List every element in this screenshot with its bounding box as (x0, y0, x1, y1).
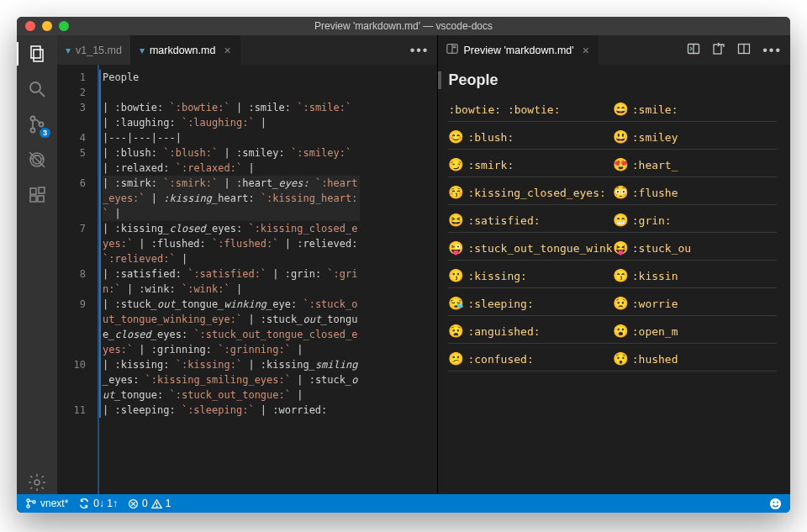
emoji-icon: 😚 (448, 185, 464, 200)
editor-pane-right: Preview 'markdown.md' × ••• People :bowt… (438, 35, 790, 494)
tab-v1_15-md[interactable]: ▾v1_15.md (57, 35, 131, 65)
emoji-code: :confused: (467, 353, 533, 366)
code-line: |---|---|---| (103, 130, 360, 145)
status-bar: vnext* 0↓ 1↑ 0 1 (17, 494, 790, 513)
emoji-code: :flushe (632, 187, 678, 199)
editor-split: ▾v1_15.md▾markdown.md× ••• 1234567891011… (57, 35, 790, 494)
table-cell: 😮:open_m (613, 324, 777, 339)
code-line (103, 85, 360, 100)
table-cell: 😗:kissing: (448, 268, 612, 283)
table-row: 😊:blush:😃:smiley (448, 125, 777, 150)
emoji-icon: 😃 (613, 129, 629, 145)
git-branch-status[interactable]: vnext* (25, 498, 68, 509)
traffic-lights (17, 21, 69, 31)
tab-bar-left: ▾v1_15.md▾markdown.md× ••• (57, 35, 437, 65)
emoji-icon: 😯 (613, 351, 629, 366)
svg-point-27 (27, 499, 29, 502)
table-row: 😧:anguished:😮:open_m (448, 319, 777, 344)
tab-label: v1_15.md (76, 45, 122, 56)
feedback-icon[interactable] (769, 498, 782, 510)
svg-point-35 (770, 498, 781, 508)
emoji-code: :smile: (632, 103, 678, 116)
code-editor[interactable]: 1234567891011 People| :bowtie: `:bowtie:… (57, 65, 437, 494)
markdown-preview[interactable]: People :bowtie: :bowtie:😄:smile:😊:blush:… (438, 65, 790, 494)
tab-actions-left: ••• (402, 35, 438, 65)
table-row: 😚:kissing_closed_eyes:😳:flushe (448, 181, 777, 205)
editor-pane-left: ▾v1_15.md▾markdown.md× ••• 1234567891011… (57, 35, 438, 494)
markdown-file-icon: ▾ (140, 45, 145, 56)
emoji-code: :stuck_out_tongue_winking_eye: (467, 242, 612, 255)
tab-markdown-md[interactable]: ▾markdown.md× (131, 35, 240, 65)
show-source-icon[interactable] (687, 42, 700, 59)
more-actions-icon[interactable]: ••• (410, 43, 430, 58)
emoji-icon: 😁 (613, 213, 629, 228)
window-shell: Preview 'markdown.md' — vscode-docs 3 (17, 17, 790, 513)
emoji-icon: 😜 (448, 240, 464, 255)
close-window-button[interactable] (25, 21, 35, 31)
svg-point-4 (31, 117, 35, 121)
emoji-code: :smirk: (467, 159, 514, 171)
preview-table: :bowtie: :bowtie:😄:smile:😊:blush:😃:smile… (448, 97, 777, 371)
explorer-icon[interactable] (25, 42, 49, 66)
preview-icon (446, 43, 458, 57)
emoji-icon: 😊 (448, 129, 464, 145)
close-tab-icon[interactable]: × (224, 44, 230, 57)
svg-point-36 (773, 501, 774, 503)
code-line: | :sleeping: `:sleeping:` | :worried: (103, 403, 360, 418)
extensions-icon[interactable] (25, 183, 49, 207)
emoji-icon: 😮 (613, 324, 629, 339)
emoji-code: :sleeping: (467, 298, 533, 310)
maximize-window-button[interactable] (59, 21, 69, 31)
minimize-window-button[interactable] (42, 21, 52, 31)
emoji-icon: 😧 (448, 324, 464, 339)
activity-bar: 3 (17, 35, 57, 494)
table-cell: 😄:smile: (613, 102, 777, 117)
source-control-icon[interactable]: 3 (25, 113, 49, 136)
table-cell: 😆:satisfied: (448, 213, 612, 228)
sync-status[interactable]: 0↓ 1↑ (78, 498, 118, 509)
code-content: People| :bowtie: `:bowtie:` | :smile: `:… (98, 65, 437, 494)
close-tab-icon[interactable]: × (583, 44, 589, 57)
svg-rect-16 (39, 187, 45, 193)
table-cell: 😝:stuck_ou (613, 240, 777, 255)
debug-icon[interactable] (25, 148, 49, 171)
code-line: | :bowtie: `:bowtie:` | :smile: `:smile:… (103, 100, 360, 130)
emoji-code: :open_m (632, 325, 678, 338)
preview-heading: People (438, 71, 777, 89)
open-changes-icon[interactable] (712, 42, 725, 59)
svg-point-2 (30, 82, 40, 92)
search-icon[interactable] (25, 77, 49, 101)
more-actions-icon[interactable]: ••• (762, 43, 782, 58)
settings-gear-icon[interactable] (25, 471, 49, 494)
tab-actions-right: ••• (678, 35, 790, 65)
code-line: | :satisfied: `:satisfied:` | :grin: `:g… (103, 266, 360, 297)
error-count: 0 (142, 498, 148, 509)
emoji-icon: 😟 (613, 296, 629, 311)
svg-rect-13 (30, 188, 36, 194)
emoji-code: :hushed (632, 353, 678, 366)
problems-status[interactable]: 0 1 (128, 498, 171, 509)
tab-bar-right: Preview 'markdown.md' × ••• (438, 35, 790, 65)
table-cell: 😯:hushed (613, 351, 777, 366)
emoji-code: :satisfied: (467, 214, 540, 227)
branch-name: vnext* (40, 498, 68, 509)
svg-rect-0 (31, 46, 40, 58)
svg-point-28 (27, 505, 29, 508)
svg-line-3 (40, 92, 45, 97)
code-line: People (103, 70, 360, 85)
emoji-code: :stuck_ou (632, 242, 691, 255)
split-editor-icon[interactable] (737, 42, 751, 59)
code-line: | :smirk: `:smirk:` | :heart_eyes: `:hea… (103, 176, 360, 221)
table-row: :bowtie: :bowtie:😄:smile: (448, 97, 777, 122)
emoji-code: :blush: (467, 131, 514, 144)
table-row: 😏:smirk:😍:heart_ (448, 153, 777, 177)
emoji-icon: 😙 (613, 268, 629, 283)
svg-rect-1 (34, 50, 43, 61)
emoji-code: :grin: (632, 214, 672, 227)
svg-point-5 (31, 129, 35, 133)
line-number-gutter: 1234567891011 (57, 65, 98, 494)
svg-rect-21 (453, 47, 456, 48)
tab-preview[interactable]: Preview 'markdown.md' × (438, 35, 598, 65)
markdown-file-icon: ▾ (66, 45, 71, 56)
table-cell: 😏:smirk: (448, 157, 612, 172)
